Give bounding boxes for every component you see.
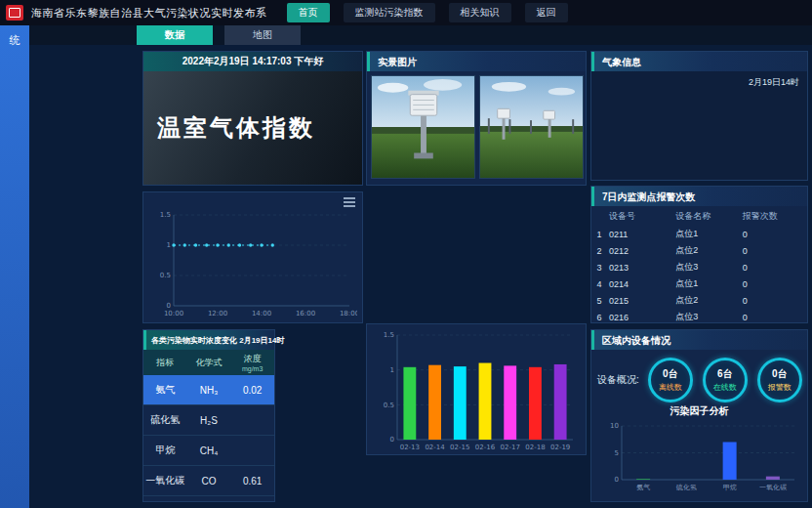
main-nav: 首页 监测站污染指数 相关知识 返回 — [287, 3, 568, 22]
pollutant-table-body: 氨气NH₃0.02硫化氢H₂S甲烷CH₄一氧化碳CO0.61 — [143, 375, 274, 496]
nav-back-button[interactable]: 返回 — [525, 3, 568, 22]
alarm-count: 0台 — [772, 367, 788, 381]
photos-panel: 实景图片 — [366, 51, 587, 186]
nav-station-index-button[interactable]: 监测站污染指数 — [344, 3, 435, 22]
site-photo-1 — [371, 75, 475, 179]
alarm-table-body: 10211点位1020212点位2030213点位3040214点位105021… — [591, 226, 807, 325]
alarm-table-row: 10211点位10 — [591, 226, 807, 242]
devices-panel: 区域内设备情况 设备概况: 0台 离线数 6台 在线数 0台 报警数 污染因子分… — [590, 329, 808, 502]
svg-text:5: 5 — [615, 449, 619, 457]
alarm-table-row: 50215点位20 — [591, 292, 807, 309]
alarm-table: 设备号 设备名称 报警次数 10211点位1020212点位2030213点位3… — [591, 207, 807, 325]
alarm-col-count: 报警次数 — [741, 207, 807, 226]
online-count-circle: 6台 在线数 — [703, 358, 748, 402]
pollutant-col-formula: 化学式 — [187, 350, 231, 375]
svg-text:02-13: 02-13 — [400, 444, 420, 451]
alarm-table-header-row: 设备号 设备名称 报警次数 — [591, 207, 807, 226]
weather-panel-header: 气象信息 — [591, 52, 807, 71]
svg-text:0.5: 0.5 — [384, 402, 394, 409]
pollutant-table-row[interactable]: 一氧化碳CO0.61 — [143, 466, 274, 496]
datetime-banner: 2022年2月19日 14:17:03 下午好 — [143, 52, 362, 71]
device-overview-label: 设备概况: — [597, 373, 639, 387]
weather-body: 2月19日14时 — [591, 71, 807, 180]
factor-chart-title: 污染因子分析 — [591, 404, 807, 418]
svg-text:0: 0 — [615, 476, 619, 484]
daily-bars-panel: 00.511.502-1302-1402-1502-1602-1702-1802… — [366, 323, 587, 455]
online-count: 6台 — [717, 367, 733, 381]
pollutants-panel: 各类污染物实时浓度变化 2月19日14时 指标 化学式 浓度 mg/m3 氨气N… — [142, 329, 275, 502]
photos-panel-title: 实景图片 — [378, 53, 417, 71]
app-title: 海南省乐东黎族自治县大气污染状况实时发布系 — [31, 6, 267, 21]
app-logo-icon — [6, 5, 23, 21]
alarm-table-row: 40214点位10 — [591, 275, 807, 292]
pollutant-table: 指标 化学式 浓度 mg/m3 氨气NH₃0.02硫化氢H₂S甲烷CH₄一氧化碳… — [143, 350, 274, 496]
nav-home-button[interactable]: 首页 — [287, 3, 330, 22]
svg-text:18:00: 18:00 — [340, 310, 357, 318]
photos-panel-header: 实景图片 — [367, 52, 586, 71]
site-photo-2 — [479, 75, 584, 179]
svg-text:10:00: 10:00 — [164, 310, 183, 318]
svg-text:02-18: 02-18 — [525, 444, 545, 451]
alarm-col-device-id: 设备号 — [607, 207, 673, 226]
offline-count-circle: 0台 离线数 — [648, 358, 693, 402]
online-label: 在线数 — [713, 382, 737, 393]
pollutant-col-concentration: 浓度 mg/m3 — [230, 350, 274, 375]
svg-text:02-16: 02-16 — [475, 444, 496, 451]
pollutants-panel-header: 各类污染物实时浓度变化 2月19日14时 — [143, 330, 274, 350]
alarm-table-row: 20212点位20 — [591, 242, 807, 259]
offline-count: 0台 — [663, 367, 678, 381]
alarms-panel: 7日内监测点报警次数 设备号 设备名称 报警次数 10211点位1020212点… — [590, 186, 808, 323]
concentration-unit: mg/m3 — [231, 365, 273, 372]
svg-text:甲烷: 甲烷 — [723, 484, 737, 491]
alarm-count-circle: 0台 报警数 — [757, 358, 802, 402]
greeting-panel: 2022年2月19日 14:17:03 下午好 温室气体指数 — [142, 51, 363, 186]
greenhouse-line-chart: 00.511.510:0012:0014:0016:0018:00 — [148, 209, 357, 318]
svg-text:1.5: 1.5 — [384, 331, 394, 339]
svg-text:1.5: 1.5 — [160, 211, 171, 219]
tab-map[interactable]: 地图 — [224, 25, 301, 45]
svg-text:0.5: 0.5 — [160, 272, 171, 279]
side-strip-label: 统 — [0, 33, 29, 48]
nav-knowledge-button[interactable]: 相关知识 — [449, 3, 511, 22]
photo-row — [367, 71, 586, 183]
tab-data[interactable]: 数据 — [137, 25, 213, 45]
alarm-label: 报警数 — [768, 382, 792, 393]
svg-text:02-14: 02-14 — [425, 444, 445, 451]
device-stats-row: 设备概况: 0台 离线数 6台 在线数 0台 报警数 — [591, 350, 807, 404]
pollutant-table-row[interactable]: 氨气NH₃0.02 — [143, 375, 274, 405]
svg-text:02-15: 02-15 — [450, 444, 469, 451]
pollutants-panel-title: 各类污染物实时浓度变化 2月19日14时 — [151, 331, 284, 350]
dashboard-app: 海南省乐东黎族自治县大气污染状况实时发布系 首页 监测站污染指数 相关知识 返回… — [0, 0, 812, 508]
svg-text:10: 10 — [610, 422, 619, 430]
pollutant-table-row[interactable]: 甲烷CH₄ — [143, 436, 274, 466]
pollutant-col-indicator: 指标 — [143, 350, 187, 375]
pollution-factor-bar-chart: 0510氨气硫化氢甲烷一氧化碳 — [596, 420, 802, 492]
weather-panel-title: 气象信息 — [602, 53, 641, 71]
alarm-col-device-name: 设备名称 — [673, 207, 740, 226]
svg-text:02-17: 02-17 — [501, 444, 520, 451]
page-headline: 温室气体指数 — [143, 112, 315, 144]
devices-panel-header: 区域内设备情况 — [591, 330, 807, 350]
tab-bar: 数据 地图 — [29, 25, 812, 45]
svg-text:14:00: 14:00 — [252, 310, 271, 318]
alarm-table-row: 30213点位30 — [591, 259, 807, 275]
pollutant-header-row: 指标 化学式 浓度 mg/m3 — [143, 350, 274, 375]
svg-text:氨气: 氨气 — [636, 484, 650, 491]
alarms-panel-title: 7日内监测点报警次数 — [602, 188, 696, 206]
svg-text:1: 1 — [167, 241, 171, 249]
alarm-table-row: 60216点位30 — [591, 309, 807, 325]
main-content: 2022年2月19日 14:17:03 下午好 温室气体指数 实景图片 — [29, 45, 812, 508]
top-bar: 海南省乐东黎族自治县大气污染状况实时发布系 首页 监测站污染指数 相关知识 返回 — [0, 0, 812, 25]
svg-text:12:00: 12:00 — [208, 310, 227, 318]
daily-bar-chart: 00.511.502-1302-1402-1502-1602-1702-1802… — [372, 329, 581, 452]
svg-text:硫化氢: 硫化氢 — [675, 484, 697, 491]
svg-text:02-19: 02-19 — [550, 444, 570, 451]
pollutant-table-row[interactable]: 硫化氢H₂S — [143, 405, 274, 436]
alarm-col-index — [591, 207, 607, 226]
weather-date: 2月19日14时 — [591, 71, 807, 94]
side-strip: 统 — [0, 25, 29, 508]
chart-menu-icon[interactable] — [344, 197, 355, 207]
svg-text:0: 0 — [390, 436, 394, 444]
svg-text:16:00: 16:00 — [296, 310, 315, 318]
alarms-panel-header: 7日内监测点报警次数 — [591, 187, 807, 206]
